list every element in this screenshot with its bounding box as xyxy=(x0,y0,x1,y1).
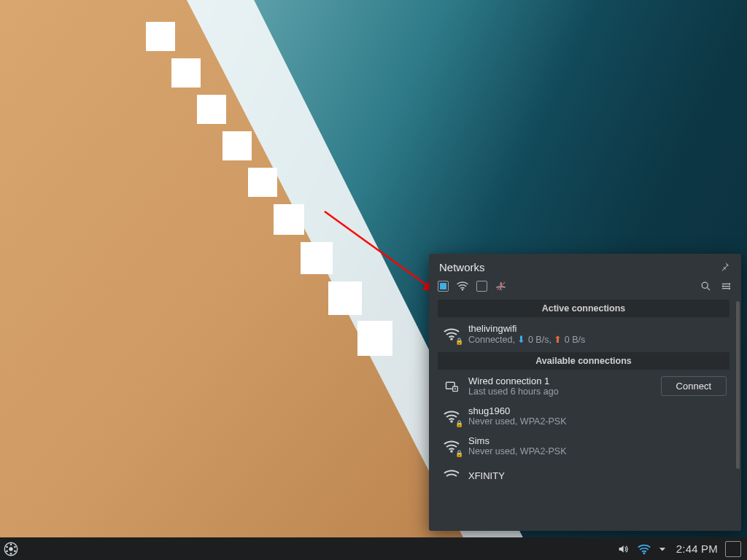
popup-title: Networks xyxy=(439,261,721,273)
svg-point-16 xyxy=(10,543,12,545)
connection-item-active[interactable]: 🔒 thelivingwifi Connected, ⬇ 0 B/s, ⬆ 0 … xyxy=(436,319,731,349)
lock-icon: 🔒 xyxy=(454,450,464,457)
svg-point-7 xyxy=(728,287,730,289)
network-tray-icon[interactable] xyxy=(637,543,651,555)
volume-icon[interactable] xyxy=(616,543,630,555)
taskbar: 2:44 PM xyxy=(0,537,747,560)
connect-button[interactable]: Connect xyxy=(661,376,727,396)
tray-expand-icon[interactable] xyxy=(659,545,666,553)
connection-name: shug1960 xyxy=(468,405,727,416)
svg-point-18 xyxy=(14,550,16,552)
active-section-header: Active connections xyxy=(438,300,729,317)
connection-item[interactable]: XFINITY xyxy=(436,461,731,486)
connection-item[interactable]: 🔒 Sims Never used, WPA2-PSK xyxy=(436,431,731,461)
wifi-signal-icon: 🔒 xyxy=(441,406,462,427)
svg-point-5 xyxy=(728,283,730,285)
connection-name: thelivingwifi xyxy=(468,323,727,334)
svg-point-8 xyxy=(450,338,453,341)
svg-point-13 xyxy=(450,450,453,453)
connection-item[interactable]: Wired connection 1 Last used 6 hours ago… xyxy=(436,371,731,401)
mobile-toggle[interactable] xyxy=(476,281,487,292)
svg-point-17 xyxy=(14,545,16,548)
show-desktop-button[interactable] xyxy=(725,541,741,557)
connection-sub: Never used, WPA2-PSK xyxy=(468,416,727,427)
application-launcher-button[interactable] xyxy=(0,538,22,560)
connection-item[interactable]: 🔒 shug1960 Never used, WPA2-PSK xyxy=(436,401,731,431)
wired-toggle[interactable] xyxy=(438,281,449,292)
scrollbar[interactable] xyxy=(736,301,740,469)
connection-name: Sims xyxy=(468,435,727,446)
connection-sub: Never used, WPA2-PSK xyxy=(468,446,727,456)
connection-status: Connected, ⬇ 0 B/s, ⬆ 0 B/s xyxy=(468,334,727,345)
popup-toolbar xyxy=(429,276,741,297)
lock-icon: 🔒 xyxy=(454,420,464,427)
svg-point-21 xyxy=(6,545,8,548)
svg-point-22 xyxy=(643,552,645,554)
available-section-header: Available connections xyxy=(438,352,729,370)
wired-icon xyxy=(441,376,462,397)
wifi-signal-icon: 🔒 xyxy=(441,324,462,344)
svg-line-4 xyxy=(707,287,710,290)
svg-point-15 xyxy=(9,547,12,551)
svg-point-11 xyxy=(454,388,456,389)
airplane-mode-icon[interactable] xyxy=(495,279,508,292)
lock-icon: 🔒 xyxy=(454,338,464,345)
svg-point-20 xyxy=(6,550,8,552)
settings-icon[interactable] xyxy=(719,279,732,292)
connection-sub: Last used 6 hours ago xyxy=(468,386,655,397)
svg-point-6 xyxy=(721,285,724,287)
networks-popup: Networks Active connections 🔒 xyxy=(429,254,741,531)
system-tray xyxy=(611,543,672,555)
svg-point-1 xyxy=(462,289,463,290)
svg-point-3 xyxy=(702,282,708,288)
connection-name: XFINITY xyxy=(468,470,727,481)
connections-list: Active connections 🔒 thelivingwifi Conne… xyxy=(429,297,741,531)
wifi-signal-icon: 🔒 xyxy=(441,436,462,456)
connection-name: Wired connection 1 xyxy=(468,376,655,386)
svg-point-19 xyxy=(10,552,12,554)
clock[interactable]: 2:44 PM xyxy=(672,542,724,555)
wifi-signal-icon xyxy=(441,465,462,486)
svg-point-12 xyxy=(450,420,453,423)
wifi-icon[interactable] xyxy=(456,279,469,292)
pin-icon[interactable] xyxy=(721,262,732,273)
search-icon[interactable] xyxy=(699,279,712,292)
